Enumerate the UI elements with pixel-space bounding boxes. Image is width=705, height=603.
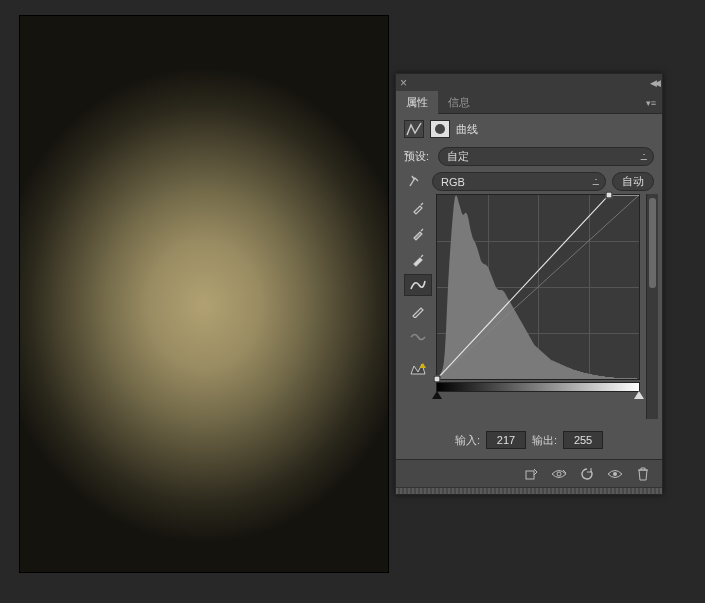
tab-properties[interactable]: 属性	[396, 91, 438, 114]
svg-point-4	[613, 472, 617, 476]
collapse-icon[interactable]: ◀◀	[650, 78, 658, 88]
view-previous-icon[interactable]	[550, 465, 568, 483]
black-point-slider[interactable]	[432, 391, 442, 399]
curve-edit-icon[interactable]	[404, 274, 432, 296]
mask-icon[interactable]	[430, 120, 450, 138]
scrollbar-thumb[interactable]	[649, 198, 656, 288]
channel-select[interactable]: RGB	[432, 172, 606, 191]
finger-icon[interactable]	[404, 174, 426, 190]
output-field[interactable]: 255	[563, 431, 603, 449]
curves-main	[396, 194, 662, 419]
preset-row: 预设: 自定	[396, 144, 662, 169]
white-point-slider[interactable]	[634, 391, 644, 399]
curve-point-white[interactable]	[605, 192, 612, 199]
visibility-icon[interactable]	[606, 465, 624, 483]
input-output-row: 输入: 217 输出: 255	[396, 419, 662, 459]
clip-warning-icon[interactable]	[404, 358, 432, 380]
panel-footer	[396, 459, 662, 487]
clip-to-layer-icon[interactable]	[522, 465, 540, 483]
document-canvas[interactable]	[20, 16, 388, 572]
tab-info[interactable]: 信息	[438, 91, 480, 114]
input-field[interactable]: 217	[486, 431, 526, 449]
smooth-icon[interactable]	[404, 326, 432, 348]
adjustment-title: 曲线	[456, 122, 478, 137]
curves-graph[interactable]	[436, 194, 640, 380]
channel-row: RGB 自动	[396, 169, 662, 194]
auto-button[interactable]: 自动	[612, 172, 654, 191]
properties-panel: × ◀◀ 属性 信息 ▾≡ 曲线 预设: 自定 RGB 自动	[395, 73, 663, 495]
resize-grip[interactable]	[396, 487, 662, 494]
svg-rect-1	[526, 471, 534, 479]
adjustment-header: 曲线	[396, 114, 662, 144]
close-icon[interactable]: ×	[400, 76, 407, 90]
panel-tabs: 属性 信息 ▾≡	[396, 92, 662, 114]
input-label: 输入:	[455, 433, 480, 448]
trash-icon[interactable]	[634, 465, 652, 483]
eyedropper-black-icon[interactable]	[404, 196, 432, 218]
input-ramp	[436, 382, 640, 392]
reset-icon[interactable]	[578, 465, 596, 483]
svg-point-2	[557, 472, 561, 476]
preset-label: 预设:	[404, 149, 432, 164]
curves-graph-area	[436, 194, 640, 419]
output-label: 输出:	[532, 433, 557, 448]
panel-scrollbar[interactable]	[646, 194, 658, 419]
curve-line[interactable]	[437, 195, 639, 379]
pencil-icon[interactable]	[404, 300, 432, 322]
eyedropper-gray-icon[interactable]	[404, 222, 432, 244]
eyedropper-white-icon[interactable]	[404, 248, 432, 270]
curves-adj-icon	[404, 120, 424, 138]
flyout-menu-icon[interactable]: ▾≡	[646, 98, 656, 108]
curves-tools	[404, 194, 432, 419]
svg-line-0	[437, 195, 639, 379]
preset-select[interactable]: 自定	[438, 147, 654, 166]
panel-titlebar: × ◀◀	[396, 74, 662, 92]
